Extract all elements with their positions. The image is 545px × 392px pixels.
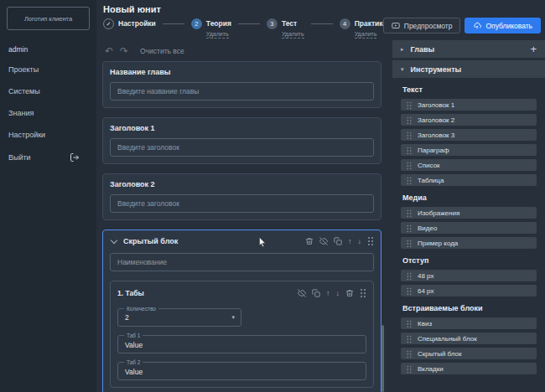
header-actions: Предпросмотр Опубликовать: [383, 18, 541, 34]
heading1-input[interactable]: [110, 138, 374, 157]
delete-tabs-button[interactable]: [345, 289, 354, 297]
card-title: Заголовок 1: [110, 124, 374, 132]
drag-handle-icon: [407, 239, 413, 246]
step-test[interactable]: 3 Тест Удалить: [267, 18, 304, 39]
tabs-block-title: 1. Табы: [117, 289, 292, 297]
collapse-chevron-icon[interactable]: [111, 236, 117, 243]
tool-item-table[interactable]: Таблица: [401, 174, 537, 186]
redo-icon[interactable]: ↷: [118, 46, 130, 56]
move-down-button[interactable]: ↓: [358, 237, 362, 245]
heading2-input[interactable]: [110, 194, 374, 213]
tool-item-heading2[interactable]: Заголовок 2: [401, 114, 537, 126]
tool-item-paragraph[interactable]: Параграф: [401, 144, 537, 156]
clear-all-button[interactable]: Очистить все: [140, 47, 184, 55]
drag-handle-icon: [407, 209, 413, 216]
drag-handle-icon[interactable]: [360, 288, 366, 297]
preview-label: Предпросмотр: [404, 22, 453, 30]
move-down-button[interactable]: ↓: [336, 289, 340, 297]
tool-item-quiz[interactable]: Квиз: [401, 317, 537, 329]
chevron-down-icon: ▾: [401, 66, 404, 73]
delete-step-link[interactable]: Удалить: [282, 30, 304, 39]
hide-block-button[interactable]: [319, 237, 328, 245]
drag-handle-icon[interactable]: [367, 236, 374, 245]
drag-handle-icon: [407, 131, 413, 138]
mouse-cursor: [257, 235, 268, 249]
drag-handle-icon: [407, 146, 413, 153]
drag-handle-icon: [407, 161, 413, 168]
duplicate-tabs-button[interactable]: [312, 289, 320, 297]
tools-section-header[interactable]: ▾ Инструменты: [392, 60, 545, 78]
tools-title: Инструменты: [411, 65, 537, 74]
chapters-title: Главы: [411, 45, 524, 54]
step-practice[interactable]: 4 Практика Удалить: [340, 18, 387, 39]
delete-step-link[interactable]: Удалить: [355, 30, 377, 39]
tab2-input[interactable]: [118, 364, 366, 380]
tool-item-label: 48 px: [418, 272, 434, 280]
add-chapter-button[interactable]: +: [530, 44, 537, 54]
drag-handle-icon: [407, 364, 413, 372]
sidebar-item-projects[interactable]: Проекты: [0, 59, 96, 80]
chapters-section-header[interactable]: ▸ Главы +: [392, 40, 545, 58]
delete-step-link[interactable]: Удалить: [206, 30, 229, 39]
tool-item-special-block[interactable]: Специальный блок: [401, 333, 537, 344]
step-theory[interactable]: 2 Теория Удалить: [191, 18, 231, 39]
tool-item-label: Список: [418, 162, 440, 169]
tabs-block-header: 1. Табы ↑ ↓: [117, 288, 366, 297]
left-sidebar: Логотип клиента admin Проекты Системы Зн…: [0, 0, 96, 392]
sidebar-item-settings[interactable]: Настройки: [0, 124, 96, 146]
hidden-block-title: Скрытый блок: [123, 237, 299, 245]
tool-item-48px[interactable]: 48 px: [401, 270, 537, 281]
publish-button[interactable]: Опубликовать: [465, 18, 541, 34]
hidden-block-name-input[interactable]: [110, 253, 374, 271]
tool-item-64px[interactable]: 64 px: [401, 285, 537, 297]
drag-handle-icon: [407, 286, 413, 294]
hidden-block-header: Скрытый блок ↑ ↓: [110, 236, 374, 245]
delete-block-button[interactable]: [305, 237, 314, 245]
chevron-down-icon: ▾: [231, 309, 235, 326]
tool-item-label: Изображения: [418, 209, 459, 217]
tool-item-label: Видео: [418, 224, 437, 232]
hidden-block-card[interactable]: Скрытый блок ↑ ↓: [102, 230, 382, 392]
sidebar-item-knowledge[interactable]: Знания: [0, 102, 96, 124]
undo-icon[interactable]: ↶: [103, 46, 115, 56]
tabs-count-select[interactable]: Количество 2 ▾: [117, 308, 241, 327]
group-title-media: Медиа: [402, 193, 535, 202]
tool-item-tabs[interactable]: Вкладки: [401, 363, 537, 374]
scrollbar-thumb[interactable]: [382, 325, 384, 392]
tool-item-heading1[interactable]: Заголовок 1: [401, 99, 537, 111]
client-logo: Логотип клиента: [7, 7, 90, 30]
step-settings[interactable]: ✓ Настройки: [103, 18, 156, 29]
step-label: Тест: [282, 18, 304, 29]
tab1-label: Таб 1: [124, 332, 143, 339]
move-up-button[interactable]: ↑: [326, 289, 330, 297]
sidebar-item-logout[interactable]: Выйти: [0, 146, 96, 169]
tool-item-images[interactable]: Изображения: [401, 207, 537, 219]
drag-handle-icon: [407, 334, 413, 342]
drag-handle-icon: [407, 271, 413, 279]
chapter-name-input[interactable]: [110, 82, 374, 101]
tool-item-heading3[interactable]: Заголовок 3: [401, 129, 537, 141]
sidebar-item-systems[interactable]: Системы: [0, 80, 96, 102]
tool-item-code-sample[interactable]: Пример кода: [401, 237, 537, 249]
eye-off-icon: [319, 237, 328, 245]
unit-stepper: ✓ Настройки 2 Теория Удалить 3 Тест Удал…: [103, 18, 387, 39]
move-up-button[interactable]: ↑: [348, 237, 352, 245]
step-connector: [238, 23, 260, 24]
drag-handle-icon: [407, 349, 413, 357]
duplicate-block-button[interactable]: [334, 237, 342, 245]
tool-item-label: Заголовок 3: [418, 132, 454, 139]
tool-item-label: Параграф: [418, 147, 449, 154]
hide-tabs-button[interactable]: [298, 289, 306, 297]
copy-icon: [334, 237, 342, 245]
tool-item-list[interactable]: Список: [401, 159, 537, 171]
tool-item-hidden-block[interactable]: Скрытый блок: [401, 348, 537, 359]
preview-button[interactable]: Предпросмотр: [383, 18, 461, 34]
tab1-input[interactable]: [118, 337, 366, 353]
tool-item-label: Скрытый блок: [418, 350, 462, 358]
tool-item-video[interactable]: Видео: [401, 222, 537, 234]
tool-item-label: Пример кода: [418, 240, 458, 247]
preview-icon: [392, 22, 400, 30]
group-title-text: Текст: [402, 85, 535, 94]
trash-icon: [345, 289, 354, 297]
logout-icon: [70, 152, 80, 162]
